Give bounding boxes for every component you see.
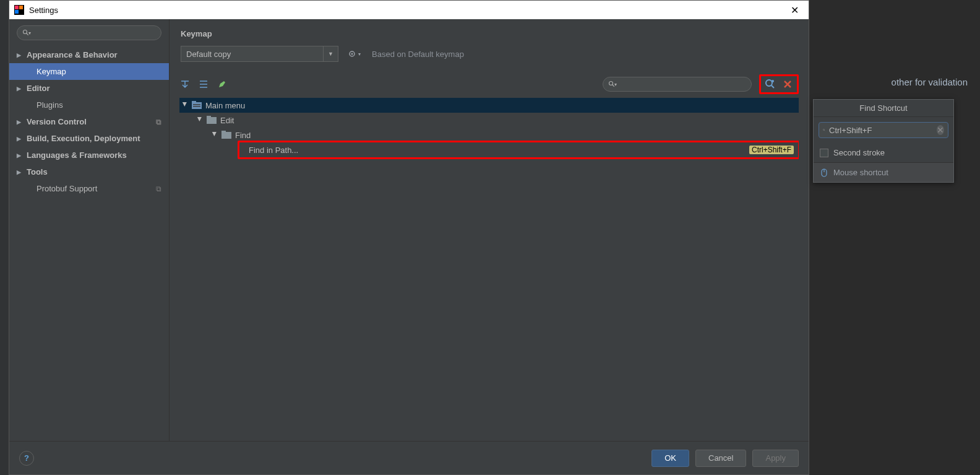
find-shortcut-popup: Find Shortcut ✕ Second stroke Mouse shor… [813, 99, 954, 183]
dropdown-icon: ▾ [28, 30, 31, 36]
dialog-title: Settings [29, 6, 785, 15]
sidebar-item-editor[interactable]: Editor [9, 80, 169, 97]
sidebar-search[interactable]: ▾ [17, 25, 161, 40]
svg-point-7 [351, 53, 353, 55]
settings-dialog: Settings ✕ ▾ Appearance & Behavior Keyma… [9, 0, 809, 475]
svg-point-8 [609, 82, 613, 85]
sidebar-item-plugins[interactable]: Plugins [9, 97, 169, 113]
svg-point-10 [766, 80, 772, 86]
tree-row-main-menu[interactable]: ▶ Main menu [179, 98, 799, 113]
svg-rect-3 [15, 10, 19, 14]
sidebar-item-languages[interactable]: Languages & Frameworks [9, 147, 169, 163]
mouse-shortcut-row[interactable]: Mouse shortcut [814, 162, 953, 182]
svg-line-11 [772, 85, 774, 88]
sidebar-item-protobuf[interactable]: Protobuf Support⧉ [9, 180, 169, 197]
tree-label: Main menu [205, 101, 245, 110]
second-stroke-checkbox[interactable] [820, 149, 828, 157]
tree-label: Find in Path... [249, 146, 298, 155]
apply-button[interactable]: Apply [752, 450, 799, 467]
shortcut-field[interactable] [829, 126, 933, 135]
editor-gutter [0, 0, 9, 475]
sidebar-item-build[interactable]: Build, Execution, Deployment [9, 130, 169, 147]
mouse-icon [820, 168, 828, 177]
expand-icon: ▶ [197, 117, 203, 123]
titlebar: Settings ✕ [9, 1, 809, 19]
second-stroke-row[interactable]: Second stroke [814, 143, 953, 162]
edit-shortcut-button[interactable] [217, 79, 228, 90]
sidebar-list: Appearance & Behavior Keymap Editor Plug… [9, 46, 169, 441]
based-on-label: Based on Default keymap [372, 50, 464, 59]
svg-rect-1 [15, 6, 19, 9]
svg-line-22 [824, 130, 825, 131]
dialog-footer: ? OK Cancel Apply [9, 441, 809, 474]
main-panel: Keymap Default copy ▼ ▾ Based on Default… [170, 19, 809, 441]
svg-rect-20 [221, 131, 226, 133]
svg-rect-14 [192, 101, 196, 103]
svg-rect-15 [193, 104, 200, 105]
page-title: Keymap [170, 19, 809, 43]
search-icon [823, 126, 825, 134]
scheme-gear-button[interactable]: ▾ [347, 49, 361, 59]
folder-icon [192, 101, 202, 110]
tree-row-find-in-path[interactable]: Find in Path... Ctrl+Shift+F [179, 142, 799, 157]
ok-button[interactable]: OK [651, 450, 689, 467]
svg-point-21 [823, 129, 825, 131]
sidebar-item-tools[interactable]: Tools [9, 163, 169, 180]
svg-rect-2 [19, 6, 23, 9]
clear-filter-button[interactable] [782, 79, 793, 90]
shortcut-input[interactable]: ✕ [819, 122, 948, 138]
keymap-tree[interactable]: ▶ Main menu ▶ Edit ▶ [179, 98, 799, 435]
cancel-button[interactable]: Cancel [695, 450, 746, 467]
folder-icon [221, 131, 231, 139]
shortcut-badge: Ctrl+Shift+F [749, 146, 794, 154]
close-button[interactable]: ✕ [785, 4, 804, 16]
svg-point-12 [772, 80, 774, 82]
popup-title: Find Shortcut [814, 100, 953, 117]
expand-icon: ▶ [212, 132, 218, 138]
keymap-toolbar: ▾ [170, 71, 809, 98]
svg-point-4 [24, 30, 27, 34]
help-button[interactable]: ? [19, 451, 34, 466]
settings-sidebar: ▾ Appearance & Behavior Keymap Editor Pl… [9, 19, 170, 441]
expand-all-button[interactable] [179, 79, 191, 90]
tree-label: Edit [220, 116, 234, 125]
copy-icon: ⧉ [156, 185, 161, 193]
sidebar-item-vcs[interactable]: Version Control⧉ [9, 113, 169, 130]
background-code: other for validation [892, 77, 968, 88]
tree-row-find[interactable]: ▶ Find [179, 128, 799, 142]
tree-row-edit[interactable]: ▶ Edit [179, 113, 799, 128]
action-search-input[interactable]: ▾ [603, 77, 752, 92]
folder-icon [207, 116, 217, 124]
expand-icon: ▶ [182, 102, 188, 108]
svg-rect-18 [207, 116, 211, 118]
scheme-row: Default copy ▼ ▾ Based on Default keymap [170, 43, 809, 71]
mouse-shortcut-label: Mouse shortcut [833, 168, 888, 177]
scheme-dropdown-button[interactable]: ▼ [324, 46, 338, 62]
collapse-all-button[interactable] [198, 79, 209, 90]
svg-rect-16 [193, 106, 200, 107]
copy-icon: ⧉ [156, 118, 161, 126]
find-by-shortcut-button[interactable] [765, 79, 776, 90]
sidebar-item-keymap[interactable]: Keymap [9, 63, 169, 80]
second-stroke-label: Second stroke [833, 148, 885, 157]
gear-icon [347, 49, 357, 59]
clear-icon[interactable]: ✕ [937, 125, 944, 135]
highlight-box-toolbar [759, 74, 799, 94]
app-icon [14, 5, 24, 15]
tree-label: Find [235, 131, 251, 140]
keymap-scheme-select[interactable]: Default copy [181, 46, 324, 62]
sidebar-item-appearance[interactable]: Appearance & Behavior [9, 46, 169, 63]
